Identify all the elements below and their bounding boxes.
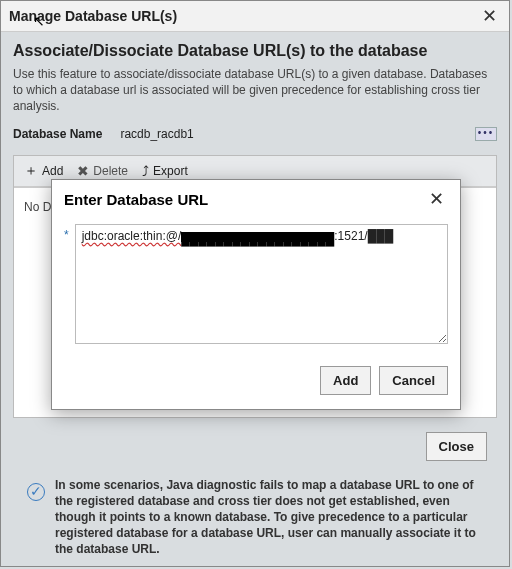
- database-name-value: racdb_racdb1: [120, 127, 193, 141]
- delete-button[interactable]: ✖ Delete: [77, 163, 128, 179]
- export-button[interactable]: ⤴ Export: [142, 163, 188, 179]
- database-name-row: Database Name racdb_racdb1 •••: [13, 127, 497, 141]
- url-textarea[interactable]: jdbc:oracle:thin:@/██████████████████:15…: [75, 224, 448, 344]
- export-icon: ⤴: [142, 163, 149, 179]
- url-obscured: ██████████████████: [181, 232, 334, 242]
- dialog-header: Manage Database URL(s) ✕: [1, 1, 509, 32]
- add-label: Add: [42, 164, 63, 178]
- info-box: ✓ In some scenarios, Java diagnostic fai…: [13, 469, 497, 569]
- enter-url-modal: Enter Database URL ✕ * jdbc:oracle:thin:…: [51, 179, 461, 410]
- modal-cancel-button[interactable]: Cancel: [379, 366, 448, 395]
- url-suffix: :1521/███: [334, 229, 393, 243]
- modal-body: * jdbc:oracle:thin:@/██████████████████:…: [52, 214, 460, 356]
- dialog-title: Manage Database URL(s): [9, 8, 177, 24]
- delete-icon: ✖: [77, 163, 89, 179]
- modal-close-icon[interactable]: ✕: [425, 188, 448, 210]
- page-description: Use this feature to associate/dissociate…: [13, 66, 497, 115]
- required-marker: *: [64, 228, 69, 242]
- close-button[interactable]: Close: [426, 432, 487, 461]
- add-button[interactable]: ＋ Add: [24, 162, 63, 180]
- export-label: Export: [153, 164, 188, 178]
- page-heading: Associate/Dissociate Database URL(s) to …: [13, 42, 497, 60]
- url-prefix: jdbc:oracle:thin:@/: [82, 229, 182, 243]
- more-actions-button[interactable]: •••: [475, 127, 497, 141]
- modal-add-button[interactable]: Add: [320, 366, 371, 395]
- modal-header: Enter Database URL ✕: [52, 180, 460, 214]
- info-icon: ✓: [27, 483, 45, 501]
- delete-label: Delete: [93, 164, 128, 178]
- manage-db-url-dialog: Manage Database URL(s) ✕ ↖ Associate/Dis…: [0, 0, 510, 567]
- modal-title: Enter Database URL: [64, 191, 208, 208]
- database-name-label: Database Name: [13, 127, 102, 141]
- close-icon[interactable]: ✕: [478, 5, 501, 27]
- info-text: In some scenarios, Java diagnostic fails…: [55, 477, 483, 558]
- plus-icon: ＋: [24, 162, 38, 180]
- modal-footer: Add Cancel: [52, 356, 460, 409]
- close-row: Close: [13, 418, 497, 469]
